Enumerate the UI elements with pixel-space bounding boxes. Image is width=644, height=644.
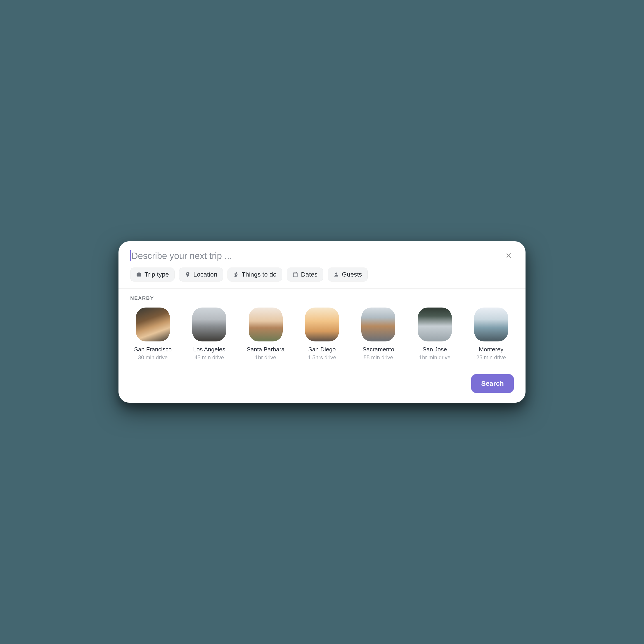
chip-label: Location [193,271,217,278]
nearby-title: NEARBY [130,295,514,301]
city-thumbnail [192,308,226,341]
hiker-icon [233,272,239,277]
nearby-item-san-francisco[interactable]: San Francisco 30 min drive [130,308,175,361]
nearby-item-monterey[interactable]: Monterey 25 min drive [469,308,514,361]
chip-label: Dates [301,271,317,278]
city-name: San Jose [422,346,447,353]
chip-dates[interactable]: Dates [287,268,323,282]
city-subtitle: 1hr drive [255,354,276,361]
chip-label: Guests [342,271,362,278]
briefcase-icon [136,272,142,277]
nearby-item-santa-barbara[interactable]: Santa Barbara 1hr drive [243,308,288,361]
nearby-item-san-jose[interactable]: San Jose 1hr min drive [412,308,457,361]
city-name: San Diego [308,346,336,353]
calendar-icon [292,272,298,277]
city-thumbnail [361,308,395,341]
city-subtitle: 45 min drive [194,354,224,361]
nearby-section: NEARBY San Francisco 30 min drive Los An… [118,289,526,370]
nearby-item-los-angeles[interactable]: Los Angeles 45 min drive [187,308,232,361]
city-subtitle: 55 min drive [364,354,393,361]
nearby-item-sacramento[interactable]: Sacramento 55 min drive [356,308,401,361]
city-name: Monterey [479,346,503,353]
modal-footer: Search [118,370,526,403]
city-name: Los Angeles [193,346,225,353]
city-subtitle: 1hr min drive [419,354,450,361]
person-icon [333,272,339,277]
search-row [130,250,514,261]
city-thumbnail [418,308,452,341]
chip-guests[interactable]: Guests [328,268,368,282]
search-button[interactable]: Search [471,374,514,393]
search-modal: Trip type Location Things to do Dates [118,241,526,403]
location-pin-icon [185,272,191,277]
city-name: Santa Barbara [247,346,285,353]
city-subtitle: 25 min drive [476,354,506,361]
nearby-list: San Francisco 30 min drive Los Angeles 4… [130,308,514,361]
city-subtitle: 1.5hrs drive [308,354,336,361]
city-thumbnail [249,308,283,341]
city-name: San Francisco [134,346,172,353]
city-name: Sacramento [362,346,394,353]
chip-label: Trip type [144,271,169,278]
filter-chips: Trip type Location Things to do Dates [130,268,514,282]
chip-things-to-do[interactable]: Things to do [227,268,282,282]
nearby-item-san-diego[interactable]: San Diego 1.5hrs drive [299,308,345,361]
close-icon [506,252,512,259]
city-thumbnail [136,308,170,341]
close-button[interactable] [504,251,514,261]
chip-location[interactable]: Location [179,268,223,282]
city-thumbnail [305,308,339,341]
svg-point-2 [236,272,237,273]
city-thumbnail [474,308,508,341]
chip-trip-type[interactable]: Trip type [130,268,175,282]
search-input[interactable] [130,250,504,261]
chip-label: Things to do [242,271,277,278]
modal-header: Trip type Location Things to do Dates [118,241,526,288]
city-subtitle: 30 min drive [138,354,168,361]
